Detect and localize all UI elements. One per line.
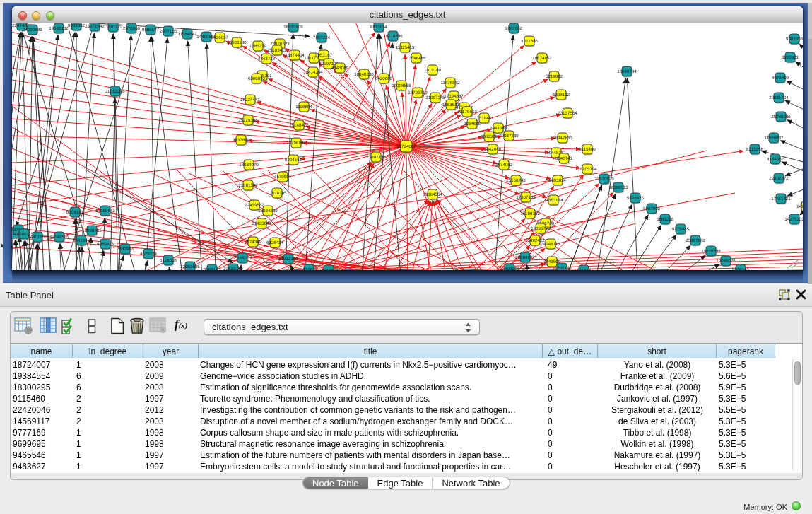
svg-text:18034970: 18034970 bbox=[239, 163, 259, 168]
svg-text:9953167: 9953167 bbox=[315, 53, 333, 58]
svg-text:4570554: 4570554 bbox=[274, 175, 292, 180]
svg-text:9115460: 9115460 bbox=[579, 147, 596, 152]
svg-text:16396513: 16396513 bbox=[608, 185, 628, 190]
svg-text:25148476: 25148476 bbox=[289, 123, 309, 128]
svg-text:4743069: 4743069 bbox=[331, 66, 349, 71]
svg-text:6128503: 6128503 bbox=[160, 258, 177, 263]
svg-text:9837869: 9837869 bbox=[233, 138, 250, 143]
svg-text:4679214: 4679214 bbox=[140, 252, 158, 257]
svg-text:18705794: 18705794 bbox=[577, 167, 597, 172]
svg-text:18096865: 18096865 bbox=[82, 228, 102, 233]
svg-text:25089205: 25089205 bbox=[771, 115, 791, 119]
svg-text:3642648: 3642648 bbox=[484, 147, 502, 152]
svg-text:17394887: 17394887 bbox=[444, 94, 464, 99]
svg-text:16648784: 16648784 bbox=[617, 69, 637, 74]
svg-text:9436057: 9436057 bbox=[211, 35, 229, 40]
svg-text:4050413: 4050413 bbox=[97, 242, 114, 247]
svg-text:16224441: 16224441 bbox=[240, 98, 260, 103]
svg-text:5793975: 5793975 bbox=[627, 196, 645, 201]
svg-text:11318461: 11318461 bbox=[474, 116, 494, 121]
svg-text:8813054: 8813054 bbox=[370, 25, 388, 30]
svg-text:23002130: 23002130 bbox=[366, 155, 386, 160]
svg-text:6994562: 6994562 bbox=[285, 158, 302, 163]
svg-text:5219822: 5219822 bbox=[546, 74, 563, 79]
svg-text:6306893: 6306893 bbox=[248, 76, 266, 81]
svg-text:18795716: 18795716 bbox=[408, 90, 428, 95]
svg-text:18034339: 18034339 bbox=[258, 209, 278, 214]
svg-text:13910648: 13910648 bbox=[319, 268, 339, 270]
svg-text:19688132: 19688132 bbox=[49, 26, 69, 31]
svg-text:3322386: 3322386 bbox=[521, 39, 539, 44]
svg-text:24922597: 24922597 bbox=[796, 204, 803, 209]
svg-text:17307133: 17307133 bbox=[516, 195, 536, 200]
svg-text:10848230: 10848230 bbox=[354, 72, 374, 77]
svg-text:23137564: 23137564 bbox=[558, 111, 577, 116]
svg-text:9816145: 9816145 bbox=[732, 267, 750, 270]
svg-text:2580963: 2580963 bbox=[117, 247, 134, 252]
svg-text:6420686: 6420686 bbox=[375, 76, 393, 81]
svg-text:19085076: 19085076 bbox=[716, 259, 736, 264]
svg-text:5641643: 5641643 bbox=[73, 238, 90, 243]
svg-text:21981592: 21981592 bbox=[238, 183, 258, 188]
svg-text:18874652: 18874652 bbox=[532, 56, 552, 61]
svg-text:11325419: 11325419 bbox=[395, 45, 415, 50]
svg-text:1385239: 1385239 bbox=[249, 44, 267, 49]
svg-text:20053346: 20053346 bbox=[105, 89, 125, 94]
svg-text:8079409: 8079409 bbox=[772, 76, 789, 81]
svg-text:16947830: 16947830 bbox=[553, 136, 572, 141]
svg-text:24090883: 24090883 bbox=[23, 28, 42, 33]
svg-text:19836388: 19836388 bbox=[701, 249, 721, 254]
svg-text:19384554: 19384554 bbox=[423, 192, 442, 197]
svg-text:25558743: 25558743 bbox=[506, 178, 526, 183]
svg-text:6540741: 6540741 bbox=[555, 156, 573, 161]
svg-text:9983893: 9983893 bbox=[786, 37, 803, 42]
svg-text:3220921: 3220921 bbox=[782, 55, 799, 60]
svg-text:11876872: 11876872 bbox=[440, 81, 460, 86]
svg-text:22992872: 22992872 bbox=[769, 176, 789, 181]
svg-text:5308102: 5308102 bbox=[553, 93, 570, 98]
svg-text:4843718: 4843718 bbox=[258, 57, 276, 62]
svg-text:21097245: 21097245 bbox=[425, 95, 445, 100]
svg-text:5685216: 5685216 bbox=[657, 217, 674, 222]
svg-text:9082309: 9082309 bbox=[481, 134, 498, 139]
svg-text:9887903: 9887903 bbox=[643, 206, 661, 211]
svg-text:19095773: 19095773 bbox=[531, 226, 551, 231]
svg-text:19563180: 19563180 bbox=[227, 40, 247, 45]
svg-text:14401657: 14401657 bbox=[28, 235, 47, 240]
svg-text:21012166: 21012166 bbox=[278, 257, 298, 262]
svg-text:13805018: 13805018 bbox=[500, 267, 519, 270]
svg-text:12414394: 12414394 bbox=[303, 70, 323, 75]
svg-text:17796882: 17796882 bbox=[286, 141, 306, 146]
svg-text:16033809: 16033809 bbox=[283, 25, 303, 30]
svg-text:2943646: 2943646 bbox=[490, 126, 507, 131]
svg-text:21353914: 21353914 bbox=[543, 198, 563, 203]
svg-text:8685577: 8685577 bbox=[142, 28, 160, 33]
svg-text:14275203: 14275203 bbox=[784, 217, 803, 222]
svg-text:6128434: 6128434 bbox=[266, 240, 284, 245]
svg-text:13546466: 13546466 bbox=[406, 56, 426, 61]
svg-text:17751421: 17751421 bbox=[771, 197, 791, 201]
svg-text:23874404: 23874404 bbox=[285, 53, 305, 58]
svg-text:8134562: 8134562 bbox=[767, 157, 784, 162]
svg-text:13146585: 13146585 bbox=[49, 235, 69, 240]
svg-text:21433649: 21433649 bbox=[252, 221, 271, 226]
svg-text:1108894: 1108894 bbox=[295, 105, 312, 110]
svg-text:20994697: 20994697 bbox=[515, 255, 535, 260]
svg-text:22053595: 22053595 bbox=[180, 264, 200, 269]
svg-text:11881122: 11881122 bbox=[104, 25, 123, 30]
svg-text:17559643: 17559643 bbox=[95, 209, 115, 214]
svg-text:7749509: 7749509 bbox=[543, 259, 561, 264]
svg-text:25997682: 25997682 bbox=[686, 238, 705, 243]
svg-text:19098556: 19098556 bbox=[392, 83, 411, 88]
svg-text:23833160: 23833160 bbox=[223, 267, 243, 270]
svg-text:25183411: 25183411 bbox=[267, 48, 287, 53]
svg-text:22570529: 22570529 bbox=[594, 177, 614, 182]
svg-text:18754131: 18754131 bbox=[574, 268, 594, 270]
svg-text:2876966: 2876966 bbox=[123, 26, 141, 31]
svg-text:11584847: 11584847 bbox=[177, 32, 197, 37]
svg-text:23971842: 23971842 bbox=[85, 24, 105, 29]
svg-text:7857224: 7857224 bbox=[313, 35, 331, 40]
svg-text:2087682: 2087682 bbox=[505, 26, 523, 31]
svg-text:19218596: 19218596 bbox=[383, 34, 403, 39]
svg-text:15165337: 15165337 bbox=[233, 256, 252, 261]
